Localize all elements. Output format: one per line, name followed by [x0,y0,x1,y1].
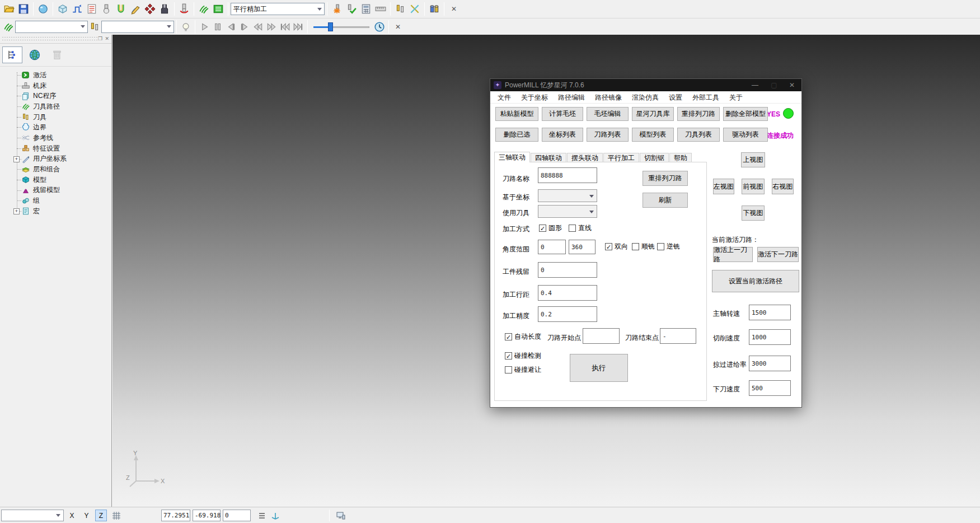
stock-input[interactable]: 0 [538,262,597,278]
plunge-input[interactable]: 500 [749,380,791,396]
bidirectional-checkbox[interactable]: 双向 [605,242,628,251]
clock-icon[interactable] [373,20,386,34]
button-计算毛坯[interactable]: 计算毛坯 [542,107,583,121]
dialog-titlebar[interactable]: ✦ PowerMILL 忆梦星河 7.0.6 — ▢ ✕ [490,79,801,91]
tree-item-NC程序[interactable]: NC程序 [0,91,111,101]
tree-item-参考线[interactable]: 参考线 [0,133,111,143]
tree-item-用户坐标系[interactable]: +用户坐标系 [0,154,111,165]
panel-close-icon[interactable]: ✕ [105,36,109,41]
view-left-button[interactable]: 左视图 [713,179,734,194]
skim-input[interactable]: 3000 [749,356,791,371]
menu-路径编辑[interactable]: 路径编辑 [553,91,590,104]
use-tool-select[interactable] [538,205,597,218]
sphere-icon[interactable] [36,2,50,16]
tree-item-特征设置[interactable]: 特征设置 [0,143,111,154]
expand-icon[interactable]: + [13,208,20,214]
angle-from-input[interactable]: 0 [538,240,566,254]
holder-icon[interactable] [157,2,172,16]
menu-文件[interactable]: 文件 [493,91,516,104]
tool-pair-icon[interactable] [88,20,101,34]
menu-渲染仿真[interactable]: 渲染仿真 [627,91,664,104]
menu-外部工具[interactable]: 外部工具 [687,91,724,104]
tree-item-刀具路径[interactable]: 刀具路径 [0,101,111,112]
grid-icon[interactable] [110,510,123,522]
climb-checkbox[interactable]: 顺铣 [632,242,655,251]
toolbar-close-icon[interactable]: ✕ [447,2,461,16]
axis-button-Y[interactable]: Y [81,510,92,521]
tab-三轴联动[interactable]: 三轴联动 [494,152,530,162]
tree-item-宏[interactable]: +宏 [0,206,111,217]
statusbar-select[interactable] [1,510,64,521]
play-icon[interactable] [198,20,211,34]
save-icon[interactable] [16,2,31,16]
nc-list-icon[interactable] [85,2,99,16]
step-fwd-icon[interactable] [238,20,251,34]
tab-摆头联动[interactable]: 摆头联动 [567,153,603,162]
tool-arc-icon[interactable] [177,2,191,16]
tolerance-input[interactable]: 0.2 [538,306,597,322]
toolpath-name-input[interactable]: 888888 [538,167,597,183]
cutting-input[interactable]: 1000 [749,329,791,345]
button-刀路列表[interactable]: 刀路列表 [587,128,629,142]
u-boundary-icon[interactable] [114,2,128,16]
ruler-icon[interactable] [373,2,388,16]
end-point-input[interactable]: - [660,328,696,344]
coord-x-input[interactable]: 77.2951 [161,510,190,521]
view-bottom-button[interactable]: 下视图 [742,206,765,221]
start-point-input[interactable] [583,328,620,344]
spiral-icon[interactable] [2,20,15,34]
simulation-speed-slider[interactable] [313,21,369,32]
view-right-button[interactable]: 右视图 [772,179,794,194]
tree-item-刀具[interactable]: 刀具 [0,112,111,123]
tab-切割锯[interactable]: 切割锯 [640,153,669,162]
tab-四轴联动[interactable]: 四轴联动 [531,153,566,162]
sim-toolbar-close-icon[interactable]: ✕ [391,20,405,34]
skip-start-icon[interactable] [278,20,292,34]
cylinders-icon[interactable] [427,2,442,16]
tab-平行加工[interactable]: 平行加工 [603,153,639,162]
step-back-icon[interactable] [224,20,238,34]
panel-float-icon[interactable]: ❐ [98,36,102,41]
explorer-tree-tab[interactable] [2,46,22,63]
simulation-toolpath-combobox[interactable] [15,21,88,33]
menu-设置[interactable]: 设置 [664,91,687,104]
axis-button-Z[interactable]: Z [95,510,107,521]
ball-tool-icon[interactable] [99,2,114,16]
button-驱动列表[interactable]: 驱动列表 [723,128,768,142]
pause-icon[interactable] [211,20,224,34]
collision-avoid-checkbox[interactable]: 碰撞避让 [505,365,541,375]
reorder-toolpath-button[interactable]: 重排列刀路 [643,171,688,186]
tool-pair-icon[interactable] [393,2,407,16]
spindle-input[interactable]: 1500 [749,305,791,320]
tree-item-边界[interactable]: 边界 [0,122,111,133]
auto-length-checkbox[interactable]: 自动长度 [505,332,541,342]
coord-y-input[interactable]: -69.918 [193,510,221,521]
menu-路径镜像[interactable]: 路径镜像 [590,91,627,104]
tab-帮助[interactable]: 帮助 [669,153,692,162]
tree-item-机床[interactable]: 机床 [0,81,111,91]
tree-item-层和组合[interactable]: 层和组合 [0,164,111,175]
circular-checkbox[interactable]: 圆形 [539,223,562,233]
menu-关于坐标[interactable]: 关于坐标 [516,91,553,104]
tree-item-残留模型[interactable]: 残留模型 [0,185,111,196]
button-刀具列表[interactable]: 刀具列表 [677,128,720,142]
based-coord-select[interactable] [538,189,597,202]
collision-check-checkbox[interactable]: 碰撞检测 [505,351,541,361]
minimize-button[interactable]: — [747,79,763,91]
panel-grip[interactable]: ❐ ✕ [0,35,111,44]
monitor-icon[interactable] [335,510,347,522]
burst-tool-icon[interactable] [330,2,344,16]
spiral-icon[interactable] [196,2,211,16]
rew-icon[interactable] [251,20,265,34]
active-toolpath-combobox[interactable]: 平行精加工 [231,3,325,15]
pencil-path-icon[interactable] [128,2,143,16]
execute-button[interactable]: 执行 [570,354,628,382]
axis-button-X[interactable]: X [66,510,78,521]
cross-arrows-icon[interactable] [407,2,422,16]
tree-item-激活[interactable]: 激活 [0,70,111,81]
close-button[interactable]: ✕ [784,79,800,91]
angle-to-input[interactable]: 360 [569,240,595,254]
button-毛坯编辑[interactable]: 毛坯编辑 [587,107,629,121]
list-box-icon[interactable] [211,2,226,16]
view-top-button[interactable]: 上视图 [741,152,765,167]
